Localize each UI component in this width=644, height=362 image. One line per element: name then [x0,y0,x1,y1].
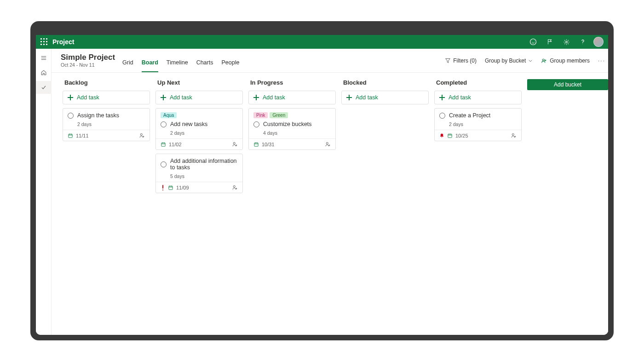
bucket-completed: Completed Add task Create a Project [434,79,522,141]
tab-people[interactable]: People [221,59,239,72]
assign-icon[interactable] [139,132,145,138]
task-date: 11/11 [76,133,89,138]
task-duration: 4 days [253,130,331,136]
task-card[interactable]: Create a Project 2 days 10/25 [434,108,522,141]
task-title: Add additional information to tasks [170,158,238,171]
add-task-label: Add task [263,94,285,101]
more-icon[interactable]: ··· [598,57,605,64]
plus-icon [68,95,73,100]
bucket-title[interactable]: Up Next [155,79,243,87]
filters-button[interactable]: Filters (0) [445,57,477,64]
svg-point-11 [162,190,163,190]
svg-point-3 [565,41,567,43]
chevron-down-icon [528,58,533,63]
left-rail [36,49,52,335]
svg-point-7 [140,133,142,135]
gear-icon[interactable] [560,36,572,48]
people-icon [541,57,547,64]
task-title: Customize buckets [263,121,312,127]
bucket-blocked: Blocked Add task [341,79,429,104]
tab-timeline[interactable]: Timeline [167,59,188,72]
bucket-up-next: Up Next Add task Aqua Add n [155,79,243,193]
bucket-backlog: Backlog Add task Assign the tasks [63,79,150,141]
svg-rect-14 [254,143,258,146]
svg-rect-10 [162,185,163,189]
complete-toggle[interactable] [161,121,167,127]
bucket-title[interactable]: Backlog [63,79,150,87]
assign-icon[interactable] [325,141,331,147]
task-card[interactable]: Add additional information to tasks 5 da… [155,154,243,193]
calendar-icon [161,142,166,147]
svg-point-0 [530,39,536,45]
tab-charts[interactable]: Charts [196,59,213,72]
svg-point-1 [532,41,532,41]
workspace: Simple Project Oct 24 - Nov 11 Grid Boar… [36,49,608,335]
task-date: 11/09 [176,185,189,190]
filters-label: Filters (0) [453,57,477,64]
task-title: Add new tasks [170,121,207,127]
add-task-button[interactable]: Add task [434,91,522,104]
bucket-title[interactable]: Blocked [341,79,429,87]
bucket-title[interactable]: In Progress [248,79,336,87]
task-label-chip: Aqua [161,112,177,118]
rail-home-icon[interactable] [36,66,52,79]
complete-toggle[interactable] [253,121,259,127]
view-tabs: Grid Board Timeline Charts People [122,49,239,72]
add-task-label: Add task [170,94,192,101]
task-label-chip: Pink [253,112,268,118]
app-launcher-icon[interactable] [40,38,48,46]
complete-toggle[interactable] [68,113,74,119]
help-icon[interactable] [577,36,589,48]
complete-toggle[interactable] [439,113,445,119]
assign-icon[interactable] [232,184,238,190]
tab-grid[interactable]: Grid [122,59,133,72]
add-task-label: Add task [356,94,378,101]
add-task-button[interactable]: Add task [248,91,336,104]
svg-rect-16 [448,134,452,138]
command-bar: Simple Project Oct 24 - Nov 11 Grid Boar… [52,49,608,73]
svg-rect-8 [161,143,165,146]
rail-tasks-icon[interactable] [36,81,52,94]
app-name: Project [52,38,74,46]
add-bucket-button[interactable]: Add bucket [527,79,608,90]
task-duration: 2 days [161,130,238,136]
main-area: Simple Project Oct 24 - Nov 11 Grid Boar… [52,49,608,335]
bucket-title[interactable]: Completed [434,79,522,87]
assign-icon[interactable] [511,132,517,138]
svg-point-17 [512,133,514,135]
svg-point-13 [233,185,235,187]
svg-point-2 [534,41,535,41]
groupby-button[interactable]: Group by Bucket [485,57,533,64]
flag-icon[interactable] [544,36,556,48]
bucket-in-progress: In Progress Add task Pink Green [248,79,336,150]
alert-icon [439,133,444,138]
add-task-button[interactable]: Add task [63,91,150,104]
calendar-icon [447,133,453,138]
plus-icon [346,95,352,100]
group-members-button[interactable]: Group members [541,57,590,64]
task-label-chip: Green [270,112,288,118]
task-title: Assign the tasks [77,112,119,119]
priority-high-icon [161,185,165,190]
command-right: Filters (0) Group by Bucket Group member… [445,57,605,64]
add-task-button[interactable]: Add task [341,91,429,104]
task-card[interactable]: Aqua Add new tasks 2 days 11/02 [155,108,243,150]
add-task-button[interactable]: Add task [155,91,243,104]
add-task-label: Add task [448,94,471,101]
task-date: 10/31 [262,142,275,147]
avatar[interactable] [593,37,604,47]
tab-board[interactable]: Board [142,59,158,72]
rail-hamburger-icon[interactable] [36,52,52,64]
app-root: Project [36,35,608,335]
task-card[interactable]: Pink Green Customize buckets 4 days [248,108,336,150]
window-chrome-black [36,27,608,35]
emoji-icon[interactable] [527,36,539,48]
svg-rect-12 [169,186,172,190]
device-screen: Project [36,27,608,335]
task-card[interactable]: Assign the tasks 2 days 11/11 [63,108,150,141]
plus-icon [439,95,445,100]
group-members-label: Group members [550,57,590,64]
complete-toggle[interactable] [161,161,167,167]
svg-point-9 [233,142,235,144]
assign-icon[interactable] [232,141,238,147]
